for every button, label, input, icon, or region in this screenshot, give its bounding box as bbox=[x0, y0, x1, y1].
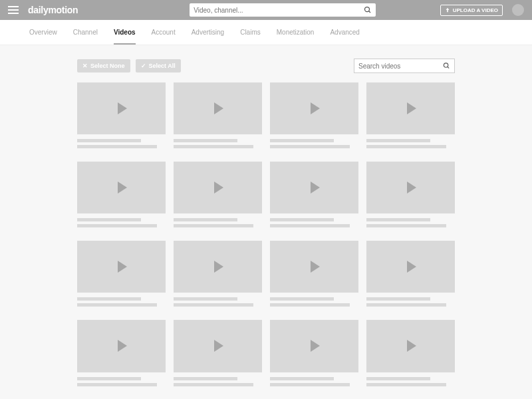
video-thumbnail[interactable] bbox=[366, 241, 455, 293]
video-thumbnail[interactable] bbox=[174, 320, 262, 372]
video-card[interactable] bbox=[270, 241, 358, 309]
video-meta-placeholder bbox=[270, 303, 350, 307]
video-meta-placeholder bbox=[77, 224, 157, 227]
play-icon bbox=[214, 102, 223, 114]
video-thumbnail[interactable] bbox=[366, 82, 455, 134]
video-title-placeholder bbox=[270, 377, 334, 380]
upload-icon bbox=[445, 7, 450, 13]
video-card[interactable] bbox=[270, 82, 358, 151]
video-thumbnail[interactable] bbox=[366, 162, 455, 213]
video-title-placeholder bbox=[270, 297, 334, 301]
video-thumbnail[interactable] bbox=[77, 82, 166, 134]
selection-toolbar: ✕ Select None ✓ Select All bbox=[77, 59, 455, 73]
logo[interactable]: dailymotion bbox=[28, 5, 78, 15]
play-icon bbox=[214, 340, 223, 352]
tab-advanced[interactable]: Advanced bbox=[330, 20, 359, 45]
select-all-button[interactable]: ✓ Select All bbox=[136, 59, 181, 72]
video-title-placeholder bbox=[174, 139, 237, 142]
play-icon bbox=[214, 182, 223, 194]
video-title-placeholder bbox=[366, 377, 430, 380]
video-meta-placeholder bbox=[77, 303, 157, 307]
video-meta-placeholder bbox=[174, 145, 253, 148]
video-title-placeholder bbox=[366, 297, 430, 301]
video-thumbnail[interactable] bbox=[77, 320, 166, 372]
video-thumbnail[interactable] bbox=[270, 82, 358, 134]
tab-advertising[interactable]: Advertising bbox=[192, 20, 224, 45]
select-none-button[interactable]: ✕ Select None bbox=[77, 59, 130, 72]
tab-overview[interactable]: Overview bbox=[29, 20, 57, 45]
video-card[interactable] bbox=[366, 320, 455, 388]
global-search-input[interactable] bbox=[194, 7, 364, 14]
video-card[interactable] bbox=[270, 320, 358, 388]
video-thumbnail[interactable] bbox=[270, 320, 358, 372]
video-card[interactable] bbox=[77, 320, 166, 388]
play-icon bbox=[407, 102, 416, 114]
video-title-placeholder bbox=[77, 297, 141, 301]
video-title-placeholder bbox=[270, 218, 334, 221]
video-card[interactable] bbox=[174, 320, 262, 388]
tabbar: OverviewChannelVideosAccountAdvertisingC… bbox=[0, 20, 532, 45]
video-meta-placeholder bbox=[174, 224, 253, 227]
video-title-placeholder bbox=[366, 139, 430, 142]
video-title-placeholder bbox=[77, 377, 141, 380]
play-icon bbox=[407, 340, 416, 352]
video-search[interactable] bbox=[354, 59, 455, 73]
video-title-placeholder bbox=[366, 218, 430, 221]
video-card[interactable] bbox=[77, 162, 166, 230]
video-thumbnail[interactable] bbox=[174, 82, 262, 134]
svg-line-3 bbox=[448, 66, 449, 68]
avatar[interactable] bbox=[512, 4, 524, 16]
play-icon bbox=[118, 261, 127, 273]
play-icon bbox=[214, 261, 223, 273]
video-card[interactable] bbox=[366, 162, 455, 230]
video-search-input[interactable] bbox=[358, 63, 443, 70]
video-title-placeholder bbox=[174, 218, 237, 221]
check-icon: ✓ bbox=[141, 63, 146, 69]
svg-point-0 bbox=[365, 7, 370, 12]
tab-claims[interactable]: Claims bbox=[240, 20, 261, 45]
tab-monetization[interactable]: Monetization bbox=[277, 20, 315, 45]
svg-point-2 bbox=[444, 63, 448, 67]
tab-channel[interactable]: Channel bbox=[73, 20, 98, 45]
video-thumbnail[interactable] bbox=[270, 162, 358, 213]
video-card[interactable] bbox=[270, 162, 358, 230]
video-thumbnail[interactable] bbox=[174, 241, 262, 293]
video-card[interactable] bbox=[174, 241, 262, 309]
video-card[interactable] bbox=[366, 82, 455, 151]
close-icon: ✕ bbox=[82, 63, 88, 69]
video-title-placeholder bbox=[77, 139, 141, 142]
content: ✕ Select None ✓ Select All MORE bbox=[77, 59, 455, 399]
video-thumbnail[interactable] bbox=[366, 320, 455, 372]
play-icon bbox=[407, 261, 416, 273]
video-thumbnail[interactable] bbox=[270, 241, 358, 293]
video-meta-placeholder bbox=[174, 383, 253, 386]
video-card[interactable] bbox=[77, 82, 166, 151]
video-meta-placeholder bbox=[366, 383, 446, 386]
video-thumbnail[interactable] bbox=[77, 162, 166, 213]
svg-line-1 bbox=[369, 11, 371, 13]
video-thumbnail[interactable] bbox=[174, 162, 262, 213]
video-grid bbox=[77, 82, 455, 389]
play-icon bbox=[311, 340, 320, 352]
upload-button-label: UPLOAD A VIDEO bbox=[453, 7, 498, 13]
play-icon bbox=[311, 261, 320, 273]
play-icon bbox=[311, 102, 320, 114]
search-icon[interactable] bbox=[364, 6, 372, 14]
video-card[interactable] bbox=[77, 241, 166, 309]
video-card[interactable] bbox=[366, 241, 455, 309]
play-icon bbox=[118, 182, 127, 194]
video-card[interactable] bbox=[174, 82, 262, 151]
upload-video-button[interactable]: UPLOAD A VIDEO bbox=[440, 5, 503, 16]
video-title-placeholder bbox=[174, 297, 237, 301]
video-meta-placeholder bbox=[174, 303, 253, 307]
video-meta-placeholder bbox=[366, 303, 446, 307]
hamburger-menu-icon[interactable] bbox=[8, 6, 19, 14]
tab-account[interactable]: Account bbox=[152, 20, 176, 45]
select-none-label: Select None bbox=[90, 63, 125, 69]
tab-videos[interactable]: Videos bbox=[114, 20, 136, 45]
video-title-placeholder bbox=[270, 139, 334, 142]
global-search[interactable] bbox=[190, 3, 376, 17]
video-thumbnail[interactable] bbox=[77, 241, 166, 293]
video-card[interactable] bbox=[174, 162, 262, 230]
search-icon[interactable] bbox=[443, 62, 450, 70]
